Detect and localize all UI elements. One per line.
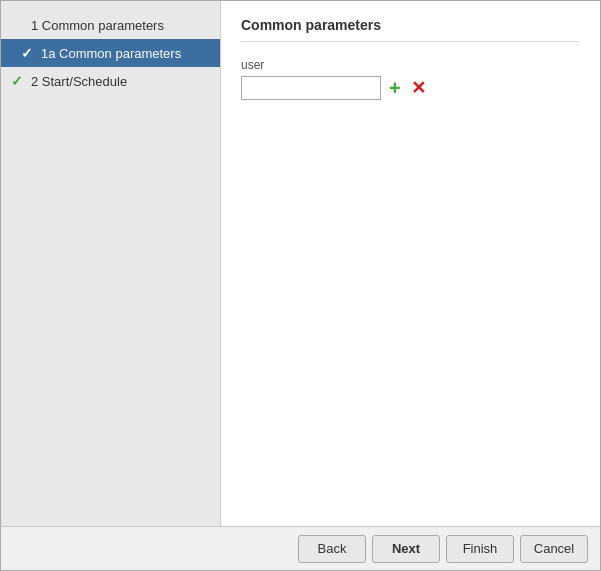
check-icon-child: ✓: [21, 45, 35, 61]
sidebar-item-common-params-parent[interactable]: ✓ 1 Common parameters: [1, 11, 220, 39]
dialog-footer: Back Next Finish Cancel: [1, 526, 600, 570]
user-input[interactable]: [241, 76, 381, 100]
finish-button[interactable]: Finish: [446, 535, 514, 563]
add-user-button[interactable]: +: [387, 78, 403, 98]
sidebar-item-label-start: 2 Start/Schedule: [31, 74, 127, 89]
remove-user-button[interactable]: ✕: [409, 79, 428, 97]
sidebar-item-label: 1 Common parameters: [31, 18, 164, 33]
check-icon-start: ✓: [11, 73, 25, 89]
cancel-button[interactable]: Cancel: [520, 535, 588, 563]
sidebar: ✓ 1 Common parameters ✓ 1a Common parame…: [1, 1, 221, 526]
content-title: Common parameters: [241, 17, 580, 42]
sidebar-item-label-child: 1a Common parameters: [41, 46, 181, 61]
content-area: Common parameters user + ✕: [221, 1, 600, 526]
next-button[interactable]: Next: [372, 535, 440, 563]
user-field-row: + ✕: [241, 76, 580, 100]
sidebar-item-start-schedule[interactable]: ✓ 2 Start/Schedule: [1, 67, 220, 95]
sidebar-item-common-params-child[interactable]: ✓ 1a Common parameters: [1, 39, 220, 67]
dialog: ✓ 1 Common parameters ✓ 1a Common parame…: [0, 0, 601, 571]
user-field-label: user: [241, 58, 580, 72]
dialog-body: ✓ 1 Common parameters ✓ 1a Common parame…: [1, 1, 600, 526]
back-button[interactable]: Back: [298, 535, 366, 563]
